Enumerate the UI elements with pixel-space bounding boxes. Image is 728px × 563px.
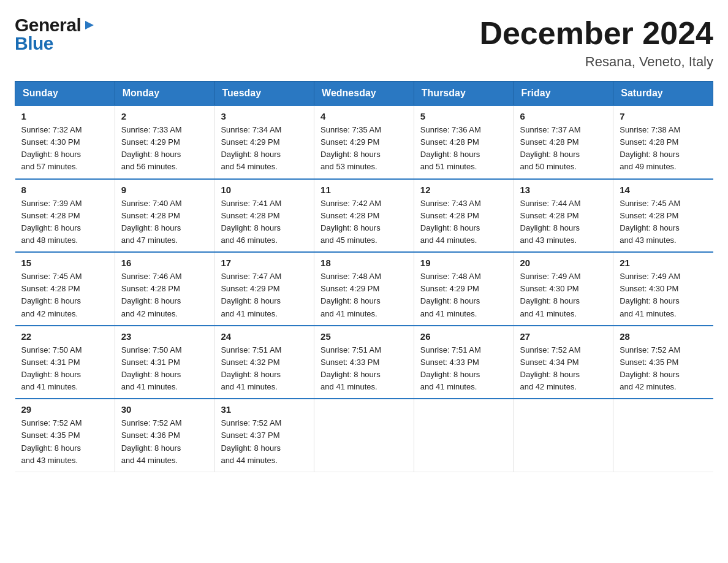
day-info: Sunrise: 7:36 AMSunset: 4:28 PMDaylight:… — [420, 125, 481, 171]
calendar-day-cell: 26 Sunrise: 7:51 AMSunset: 4:33 PMDaylig… — [414, 326, 514, 399]
calendar-day-cell: 31 Sunrise: 7:52 AMSunset: 4:37 PMDaylig… — [214, 399, 314, 472]
calendar-week-row: 22 Sunrise: 7:50 AMSunset: 4:31 PMDaylig… — [15, 326, 713, 399]
calendar-day-cell: 10 Sunrise: 7:41 AMSunset: 4:28 PMDaylig… — [214, 179, 314, 253]
calendar-day-cell: 8 Sunrise: 7:39 AMSunset: 4:28 PMDayligh… — [15, 179, 115, 253]
calendar-body: 1 Sunrise: 7:32 AMSunset: 4:30 PMDayligh… — [15, 105, 713, 472]
day-info: Sunrise: 7:52 AMSunset: 4:37 PMDaylight:… — [221, 418, 281, 464]
day-number: 16 — [121, 258, 208, 268]
day-number: 27 — [520, 331, 607, 342]
day-info: Sunrise: 7:52 AMSunset: 4:35 PMDaylight:… — [21, 418, 82, 464]
day-number: 14 — [620, 185, 707, 195]
day-number: 12 — [420, 185, 507, 195]
calendar-week-row: 8 Sunrise: 7:39 AMSunset: 4:28 PMDayligh… — [15, 179, 713, 253]
day-number: 20 — [520, 258, 607, 268]
day-info: Sunrise: 7:41 AMSunset: 4:28 PMDaylight:… — [221, 199, 281, 245]
calendar-day-cell: 14 Sunrise: 7:45 AMSunset: 4:28 PMDaylig… — [613, 179, 713, 253]
day-number: 29 — [21, 404, 108, 415]
day-number: 11 — [320, 185, 408, 195]
col-wednesday: Wednesday — [314, 82, 414, 106]
day-number: 31 — [221, 404, 308, 415]
day-info: Sunrise: 7:46 AMSunset: 4:28 PMDaylight:… — [121, 272, 182, 318]
day-number: 21 — [620, 258, 707, 268]
day-info: Sunrise: 7:43 AMSunset: 4:28 PMDaylight:… — [420, 199, 481, 245]
calendar-day-cell — [414, 399, 514, 472]
calendar-day-cell: 17 Sunrise: 7:47 AMSunset: 4:29 PMDaylig… — [214, 252, 314, 326]
day-info: Sunrise: 7:51 AMSunset: 4:32 PMDaylight:… — [221, 345, 281, 391]
day-info: Sunrise: 7:49 AMSunset: 4:30 PMDaylight:… — [620, 272, 680, 318]
calendar-day-cell: 7 Sunrise: 7:38 AMSunset: 4:28 PMDayligh… — [613, 105, 713, 179]
day-info: Sunrise: 7:42 AMSunset: 4:28 PMDaylight:… — [320, 199, 381, 245]
calendar-day-cell: 4 Sunrise: 7:35 AMSunset: 4:29 PMDayligh… — [314, 105, 414, 179]
days-of-week-row: Sunday Monday Tuesday Wednesday Thursday… — [15, 82, 713, 106]
calendar-day-cell: 29 Sunrise: 7:52 AMSunset: 4:35 PMDaylig… — [15, 399, 115, 472]
day-info: Sunrise: 7:52 AMSunset: 4:34 PMDaylight:… — [520, 345, 581, 391]
col-tuesday: Tuesday — [214, 82, 314, 106]
day-number: 10 — [221, 185, 308, 195]
logo-arrow-icon — [83, 18, 96, 34]
col-monday: Monday — [115, 82, 214, 106]
day-number: 15 — [21, 258, 108, 268]
day-number: 6 — [520, 111, 607, 121]
location-text: Resana, Veneto, Italy — [479, 54, 713, 70]
day-info: Sunrise: 7:47 AMSunset: 4:29 PMDaylight:… — [221, 272, 281, 318]
calendar-day-cell: 15 Sunrise: 7:45 AMSunset: 4:28 PMDaylig… — [15, 252, 115, 326]
col-friday: Friday — [514, 82, 613, 106]
calendar-day-cell: 11 Sunrise: 7:42 AMSunset: 4:28 PMDaylig… — [314, 179, 414, 253]
day-info: Sunrise: 7:51 AMSunset: 4:33 PMDaylight:… — [420, 345, 481, 391]
calendar-day-cell: 21 Sunrise: 7:49 AMSunset: 4:30 PMDaylig… — [613, 252, 713, 326]
day-number: 22 — [21, 331, 108, 342]
calendar-week-row: 1 Sunrise: 7:32 AMSunset: 4:30 PMDayligh… — [15, 105, 713, 179]
day-info: Sunrise: 7:44 AMSunset: 4:28 PMDaylight:… — [520, 199, 581, 245]
calendar-day-cell: 20 Sunrise: 7:49 AMSunset: 4:30 PMDaylig… — [514, 252, 613, 326]
day-number: 23 — [121, 331, 208, 342]
calendar-week-row: 29 Sunrise: 7:52 AMSunset: 4:35 PMDaylig… — [15, 399, 713, 472]
day-info: Sunrise: 7:48 AMSunset: 4:29 PMDaylight:… — [420, 272, 481, 318]
day-info: Sunrise: 7:50 AMSunset: 4:31 PMDaylight:… — [21, 345, 82, 391]
day-number: 13 — [520, 185, 607, 195]
calendar-day-cell: 16 Sunrise: 7:46 AMSunset: 4:28 PMDaylig… — [115, 252, 214, 326]
calendar-day-cell: 5 Sunrise: 7:36 AMSunset: 4:28 PMDayligh… — [414, 105, 514, 179]
day-number: 2 — [121, 111, 208, 121]
day-info: Sunrise: 7:40 AMSunset: 4:28 PMDaylight:… — [121, 199, 182, 245]
day-number: 3 — [221, 111, 308, 121]
day-number: 26 — [420, 331, 507, 342]
day-info: Sunrise: 7:48 AMSunset: 4:29 PMDaylight:… — [320, 272, 381, 318]
calendar-day-cell: 3 Sunrise: 7:34 AMSunset: 4:29 PMDayligh… — [214, 105, 314, 179]
logo: General Blue — [15, 15, 96, 54]
day-info: Sunrise: 7:45 AMSunset: 4:28 PMDaylight:… — [21, 272, 82, 318]
calendar-day-cell: 30 Sunrise: 7:52 AMSunset: 4:36 PMDaylig… — [115, 399, 214, 472]
day-info: Sunrise: 7:45 AMSunset: 4:28 PMDaylight:… — [620, 199, 680, 245]
calendar-day-cell: 13 Sunrise: 7:44 AMSunset: 4:28 PMDaylig… — [514, 179, 613, 253]
calendar-day-cell: 2 Sunrise: 7:33 AMSunset: 4:29 PMDayligh… — [115, 105, 214, 179]
calendar-table: Sunday Monday Tuesday Wednesday Thursday… — [15, 81, 713, 472]
day-number: 17 — [221, 258, 308, 268]
calendar-day-cell: 19 Sunrise: 7:48 AMSunset: 4:29 PMDaylig… — [414, 252, 514, 326]
calendar-day-cell: 22 Sunrise: 7:50 AMSunset: 4:31 PMDaylig… — [15, 326, 115, 399]
day-number: 8 — [21, 185, 108, 195]
calendar-day-cell — [613, 399, 713, 472]
day-info: Sunrise: 7:33 AMSunset: 4:29 PMDaylight:… — [121, 125, 182, 171]
calendar-day-cell: 6 Sunrise: 7:37 AMSunset: 4:28 PMDayligh… — [514, 105, 613, 179]
day-info: Sunrise: 7:32 AMSunset: 4:30 PMDaylight:… — [21, 125, 82, 171]
col-sunday: Sunday — [15, 82, 115, 106]
title-area: December 2024 Resana, Veneto, Italy — [479, 15, 713, 70]
day-number: 30 — [121, 404, 208, 415]
day-info: Sunrise: 7:52 AMSunset: 4:36 PMDaylight:… — [121, 418, 182, 464]
calendar-day-cell: 24 Sunrise: 7:51 AMSunset: 4:32 PMDaylig… — [214, 326, 314, 399]
day-info: Sunrise: 7:50 AMSunset: 4:31 PMDaylight:… — [121, 345, 182, 391]
calendar-day-cell — [314, 399, 414, 472]
page-header: General Blue December 2024 Resana, Venet… — [15, 15, 713, 70]
day-info: Sunrise: 7:35 AMSunset: 4:29 PMDaylight:… — [320, 125, 381, 171]
day-number: 25 — [320, 331, 408, 342]
svg-marker-0 — [85, 21, 94, 29]
calendar-day-cell: 23 Sunrise: 7:50 AMSunset: 4:31 PMDaylig… — [115, 326, 214, 399]
calendar-header: Sunday Monday Tuesday Wednesday Thursday… — [15, 82, 713, 106]
calendar-day-cell: 18 Sunrise: 7:48 AMSunset: 4:29 PMDaylig… — [314, 252, 414, 326]
day-info: Sunrise: 7:51 AMSunset: 4:33 PMDaylight:… — [320, 345, 381, 391]
col-saturday: Saturday — [613, 82, 713, 106]
day-number: 9 — [121, 185, 208, 195]
day-number: 7 — [620, 111, 707, 121]
day-info: Sunrise: 7:39 AMSunset: 4:28 PMDaylight:… — [21, 199, 82, 245]
day-number: 4 — [320, 111, 408, 121]
day-info: Sunrise: 7:49 AMSunset: 4:30 PMDaylight:… — [520, 272, 581, 318]
